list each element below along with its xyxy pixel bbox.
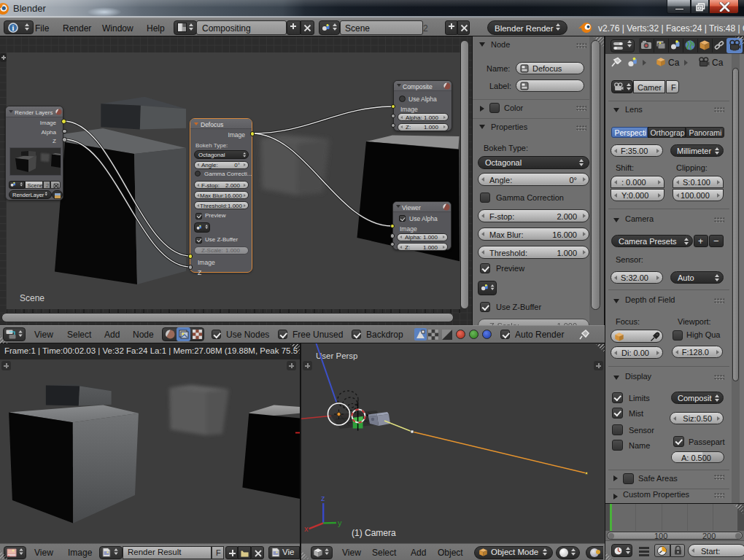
svg-text:y: y [338,518,342,527]
svg-text:x: x [304,524,309,533]
svg-text:i: i [12,24,15,32]
svg-text:z: z [321,494,325,502]
